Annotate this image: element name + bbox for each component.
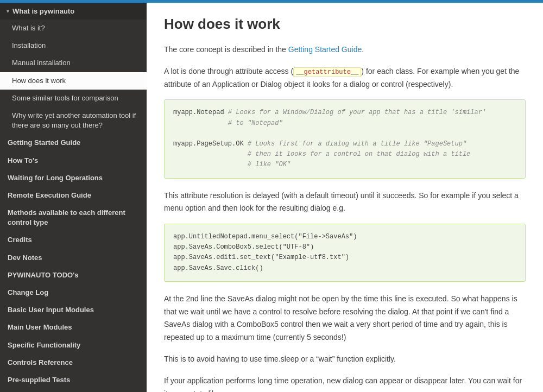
p1-post-text: . [362,45,364,54]
paragraph-5: This is to avoid having to use time.slee… [164,353,526,366]
sidebar-item-11[interactable]: Credits [0,231,147,249]
page-title: How does it work [164,16,526,33]
p1-pre-text: The core concept is described in the [164,45,288,54]
sidebar-item-3[interactable]: How does it work [0,72,147,90]
sidebar-item-6[interactable]: Getting Started Guide [0,134,147,151]
layout: ▾ What is pywinauto What is it?Installat… [0,3,543,392]
sidebar-item-7[interactable]: How To's [0,152,147,169]
sidebar-item-8[interactable]: Waiting for Long Operations [0,169,147,187]
sidebar-item-16[interactable]: Main User Modules [0,319,147,336]
code-block-2: app.UntitledNotepad.menu_select("File->S… [164,224,526,282]
sidebar-item-17[interactable]: Specific Functionality [0,337,147,354]
sidebar-item-1[interactable]: Installation [0,37,147,54]
getattribute-code: __getattribute__ [293,67,361,77]
main-content: How does it work The core concept is des… [147,3,543,392]
sidebar-item-19[interactable]: Pre-supplied Tests [0,371,147,389]
sidebar-section-title: What is pywinauto [12,7,74,15]
paragraph-6: If your application performs long time o… [164,375,526,392]
sidebar-item-5[interactable]: Why write yet another automation tool if… [0,107,147,134]
sidebar-item-14[interactable]: Change Log [0,284,147,301]
sidebar-item-0[interactable]: What is it? [0,20,147,37]
code1-line1: myapp.Notepad # Looks for a Window/Dialo… [173,109,486,168]
sidebar-item-4[interactable]: Some similar tools for comparison [0,90,147,107]
sidebar-item-15[interactable]: Basic User Input Modules [0,301,147,319]
chevron-icon: ▾ [7,8,9,14]
sidebar-item-10[interactable]: Methods available to each different cont… [0,204,147,231]
getting-started-link[interactable]: Getting Started Guide [288,45,362,54]
sidebar-item-13[interactable]: PYWINAUTO TODO's [0,267,147,284]
paragraph-1: The core concept is described in the Get… [164,43,526,56]
paragraph-2: A lot is done through attribute access (… [164,65,526,91]
code-block-1: myapp.Notepad # Looks for a Window/Dialo… [164,99,526,178]
sidebar-item-2[interactable]: Manual installation [0,54,147,72]
sidebar-item-9[interactable]: Remote Execution Guide [0,187,147,204]
paragraph-4: At the 2nd line the SaveAs dialog might … [164,293,526,344]
sidebar-item-18[interactable]: Controls Reference [0,354,147,371]
sidebar-item-20[interactable]: Backend Internal Implementation modules [0,389,147,392]
sidebar-item-12[interactable]: Dev Notes [0,249,147,267]
code2-lines: app.UntitledNotepad.menu_select("File->S… [173,233,357,272]
sidebar-section-header[interactable]: ▾ What is pywinauto [0,3,147,20]
sidebar: ▾ What is pywinauto What is it?Installat… [0,3,147,392]
p2-pre-text: A lot is done through attribute access ( [164,67,293,75]
paragraph-3: This attribute resolution is delayed (wi… [164,189,526,216]
sidebar-items-container: What is it?InstallationManual installati… [0,20,147,392]
